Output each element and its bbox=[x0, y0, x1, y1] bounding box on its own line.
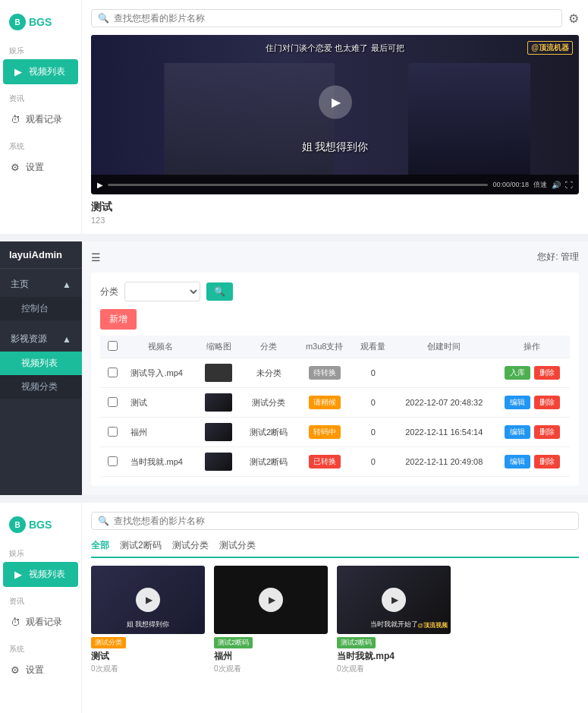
s2-menu-toggle[interactable]: ☰ bbox=[91, 251, 101, 263]
s2-nav-resource-item[interactable]: 影视资源 ▲ bbox=[0, 327, 82, 352]
s2-topbar: ☰ 您好: 管理 bbox=[91, 251, 579, 263]
delete-button[interactable]: 删除 bbox=[534, 366, 560, 380]
m3u8-badge: 请稍候 bbox=[309, 396, 341, 409]
s3-tabs: 全部测试2断码测试分类测试分类 bbox=[91, 538, 579, 558]
edit-button[interactable]: 编辑 bbox=[505, 396, 530, 409]
time-display: 00:00/00:18 bbox=[492, 181, 529, 188]
chevron-up-icon: ▲ bbox=[62, 279, 71, 290]
tab-测试分类[interactable]: 测试分类 bbox=[219, 538, 256, 554]
delete-button[interactable]: 删除 bbox=[534, 396, 560, 409]
s3-nav-label-2: 资讯 bbox=[0, 593, 81, 610]
s1-nav-label-3: 系统 bbox=[0, 138, 81, 155]
row-checkbox[interactable] bbox=[100, 418, 124, 447]
table-body: 测试导入.mp4 未分类 待转换 0 入库 删除 测试 测试分类 请稍候 0 2… bbox=[100, 358, 570, 477]
row-checkbox[interactable] bbox=[100, 388, 124, 418]
search-button[interactable]: 🔍 bbox=[206, 282, 233, 301]
row-name: 福州 bbox=[124, 418, 196, 447]
thumb-play-button[interactable] bbox=[259, 588, 283, 612]
row-created: 2022-12-11 16:54:14 bbox=[394, 418, 494, 447]
volume-icon[interactable]: 🔊 bbox=[552, 181, 561, 189]
search-icon: 🔍 bbox=[98, 13, 109, 24]
thumb-play-button[interactable] bbox=[382, 588, 406, 612]
tab-测试分类[interactable]: 测试分类 bbox=[172, 538, 209, 554]
video-title: 测试 bbox=[91, 200, 579, 214]
row-select[interactable] bbox=[108, 456, 118, 466]
sidebar-item-settings[interactable]: ⚙ 设置 bbox=[0, 155, 81, 180]
add-to-library-button[interactable]: 入库 bbox=[505, 366, 530, 380]
sidebar-item-watch-history[interactable]: ⏱ 观看记录 bbox=[0, 107, 81, 132]
sidebar-item-video-list[interactable]: ▶ 视频列表 bbox=[3, 59, 78, 84]
edit-button[interactable]: 编辑 bbox=[505, 455, 530, 468]
col-m3u8: m3u8支持 bbox=[297, 336, 352, 358]
row-m3u8: 转码中 bbox=[297, 418, 352, 447]
s3-sidebar-video-list[interactable]: ▶ 视频列表 bbox=[3, 562, 78, 587]
video-play-button[interactable] bbox=[319, 85, 352, 118]
s3-nav-label-1: 娱乐 bbox=[0, 545, 81, 562]
settings-gear-icon[interactable]: ⚙ bbox=[568, 11, 579, 26]
play-pause-button[interactable]: ▶ bbox=[97, 181, 103, 189]
video-watermark: @顶流机器 bbox=[527, 41, 573, 55]
table-header-row: 视频名 缩略图 分类 m3u8支持 观看量 创建时间 操作 bbox=[100, 336, 570, 358]
row-select[interactable] bbox=[108, 397, 118, 407]
thumbnail bbox=[205, 393, 232, 412]
section-admin-panel: layuiAdmin 主页 ▲ 控制台 影视资源 ▲ 视频列表 视频分类 ☰ 您… bbox=[0, 241, 588, 495]
s1-logo-icon: B bbox=[9, 14, 26, 30]
video-thumbnail[interactable] bbox=[214, 566, 328, 634]
s3-layout: B BGS 娱乐 ▶ 视频列表 资讯 ⏱ 观看记录 系统 ⚙ bbox=[0, 503, 588, 713]
s1-search-box[interactable]: 🔍 bbox=[91, 9, 562, 27]
row-thumb bbox=[197, 418, 241, 447]
row-select[interactable] bbox=[108, 368, 118, 377]
video-thumbnail[interactable]: 当时我就开始了 @顶流视频 bbox=[337, 566, 451, 634]
speed-button[interactable]: 倍速 bbox=[533, 180, 547, 190]
col-created: 创建时间 bbox=[394, 336, 494, 358]
row-checkbox[interactable] bbox=[100, 447, 124, 477]
s3-search-box[interactable]: 🔍 bbox=[91, 512, 579, 530]
select-all-checkbox[interactable] bbox=[108, 341, 118, 351]
s3-sidebar-settings[interactable]: ⚙ 设置 bbox=[0, 658, 81, 683]
search-input[interactable] bbox=[114, 13, 555, 24]
s2-nav-resource-sub: 视频列表 视频分类 bbox=[0, 352, 82, 399]
s3-logo-text: BGS bbox=[29, 519, 52, 531]
row-checkbox[interactable] bbox=[100, 358, 124, 388]
category-select[interactable] bbox=[124, 282, 200, 301]
thumbnail bbox=[205, 364, 232, 382]
s2-nav-video-cat[interactable]: 视频分类 bbox=[0, 375, 82, 399]
tab-全部[interactable]: 全部 bbox=[91, 538, 109, 554]
fullscreen-button[interactable]: ⛶ bbox=[565, 181, 573, 189]
table-row: 福州 测试2断码 转码中 0 2022-12-11 16:54:14 编辑 删除 bbox=[100, 418, 570, 447]
progress-bar[interactable] bbox=[108, 184, 488, 186]
tab-测试2断码[interactable]: 测试2断码 bbox=[120, 538, 162, 554]
row-views: 0 bbox=[352, 388, 394, 418]
video-card: 姐 我想得到你 测试分类 测试 0次观看 bbox=[91, 566, 205, 674]
chevron-up-icon-2: ▲ bbox=[62, 334, 71, 345]
s2-nav-home-item[interactable]: 主页 ▲ bbox=[0, 272, 82, 297]
s1-sidebar: B BGS 娱乐 ▶ 视频列表 资讯 ⏱ 观看记录 系统 ⚙ 设置 bbox=[0, 0, 82, 234]
row-select[interactable] bbox=[108, 427, 118, 437]
edit-button[interactable]: 编辑 bbox=[505, 425, 530, 439]
s2-nav-console[interactable]: 控制台 bbox=[0, 297, 82, 320]
video-card-title: 测试 bbox=[91, 650, 205, 663]
row-name: 测试导入.mp4 bbox=[124, 358, 196, 388]
thumb-play-button[interactable] bbox=[136, 588, 160, 612]
video-bg: 住门对门谈个恋爱 也太难了 最后可把 @顶流机器 姐 我想得到你 bbox=[91, 35, 579, 175]
row-actions: 入库 删除 bbox=[494, 358, 570, 388]
s3-sidebar-history[interactable]: ⏱ 观看记录 bbox=[0, 610, 81, 635]
thumbnail bbox=[205, 453, 232, 471]
sidebar-item-settings-label: 设置 bbox=[26, 161, 44, 174]
row-actions: 编辑 删除 bbox=[494, 447, 570, 477]
delete-button[interactable]: 删除 bbox=[534, 425, 560, 439]
s2-greeting: 您好: 管理 bbox=[537, 251, 579, 263]
s2-nav-video-list[interactable]: 视频列表 bbox=[0, 352, 82, 375]
s3-search-input[interactable] bbox=[114, 516, 572, 526]
video-badge: 测试分类 bbox=[91, 637, 126, 648]
s3-logo: B BGS bbox=[0, 510, 81, 542]
section-video-cards: B BGS 娱乐 ▶ 视频列表 资讯 ⏱ 观看记录 系统 ⚙ bbox=[0, 503, 588, 713]
add-button[interactable]: 新增 bbox=[100, 309, 137, 330]
s3-main: 🔍 全部测试2断码测试分类测试分类 姐 我想得到你 测试分类 测试 0次观看 bbox=[82, 503, 588, 713]
delete-button[interactable]: 删除 bbox=[534, 455, 560, 468]
s2-nav-home-sub: 控制台 bbox=[0, 297, 82, 320]
row-m3u8: 已转换 bbox=[297, 447, 352, 477]
row-actions: 编辑 删除 bbox=[494, 388, 570, 418]
row-thumb bbox=[197, 447, 241, 477]
video-thumbnail[interactable]: 姐 我想得到你 bbox=[91, 566, 205, 634]
